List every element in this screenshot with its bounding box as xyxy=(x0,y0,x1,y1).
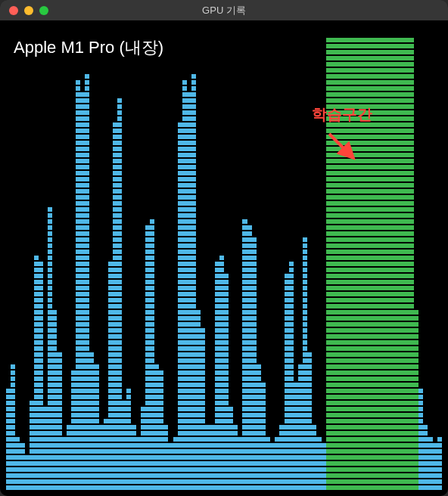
chart-area xyxy=(6,27,442,490)
titlebar[interactable]: GPU 기록 xyxy=(0,0,448,21)
bar xyxy=(437,27,442,490)
zoom-icon[interactable] xyxy=(39,6,48,15)
svg-line-1 xyxy=(329,134,353,158)
bars-container xyxy=(6,27,442,490)
arrow-down-right-icon xyxy=(323,128,361,166)
traffic-lights xyxy=(0,6,48,15)
window-title: GPU 기록 xyxy=(0,4,448,17)
content-area: Apple M1 Pro (내장) 학습구간 xyxy=(0,21,448,496)
close-icon[interactable] xyxy=(9,6,18,15)
annotation-label: 학습구간 xyxy=(312,104,372,125)
gpu-name-label: Apple M1 Pro (내장) xyxy=(14,36,163,59)
window: GPU 기록 Apple M1 Pro (내장) 학습구간 xyxy=(0,0,448,496)
annotation: 학습구간 xyxy=(312,104,372,166)
minimize-icon[interactable] xyxy=(24,6,33,15)
